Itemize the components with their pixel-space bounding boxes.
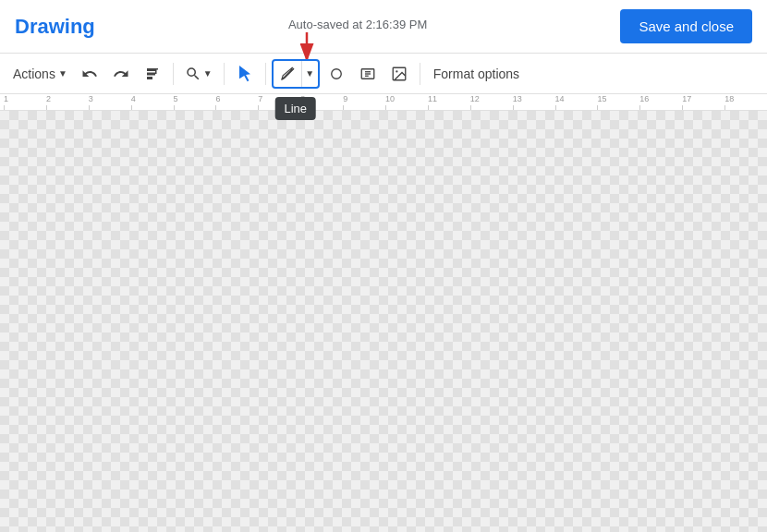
actions-chevron-icon: ▼	[58, 68, 67, 79]
undo-button[interactable]	[75, 59, 104, 89]
line-tool-group: ▼	[272, 59, 320, 89]
actions-button[interactable]: Actions ▼	[7, 59, 73, 89]
text-box-icon	[359, 66, 376, 82]
ruler-number: 5	[174, 95, 178, 103]
redo-icon	[113, 66, 129, 82]
ruler-number: 16	[639, 95, 649, 103]
ruler-tick	[215, 105, 216, 110]
save-close-button[interactable]: Save and close	[620, 9, 752, 43]
ruler-tick	[258, 105, 259, 110]
ruler-number: 18	[724, 95, 734, 103]
ruler-number: 15	[597, 95, 606, 103]
select-button[interactable]	[230, 59, 260, 89]
ruler-tick	[174, 105, 175, 110]
ruler-tick	[89, 105, 90, 110]
ruler-mark: 17	[682, 95, 724, 110]
ruler: 123456789101112131415161718	[0, 94, 767, 111]
text-box-button[interactable]	[353, 59, 383, 89]
ruler-number: 10	[385, 95, 395, 103]
ruler-tick	[428, 105, 429, 110]
divider-2	[224, 63, 225, 85]
image-button[interactable]	[384, 59, 414, 89]
ruler-mark: 3	[89, 95, 131, 110]
ruler-mark: 4	[131, 95, 174, 110]
ruler-tick	[470, 105, 471, 110]
ruler-number: 4	[131, 95, 136, 103]
ruler-mark: 5	[174, 95, 216, 110]
line-tool-chevron-icon: ▼	[305, 68, 314, 79]
drawing-canvas[interactable]	[0, 111, 767, 532]
line-tool-dropdown-button[interactable]: ▼	[301, 60, 318, 88]
ruler-mark: 13	[513, 95, 555, 110]
ruler-mark: 2	[46, 95, 89, 110]
ruler-mark: 1	[4, 95, 46, 110]
autosave-area: Auto-saved at 2:16:39 PM	[288, 18, 427, 35]
ruler-mark: 14	[555, 95, 598, 110]
divider-3	[265, 63, 266, 85]
ruler-mark: 12	[470, 95, 513, 110]
shapes-icon	[328, 66, 345, 82]
shapes-button[interactable]	[322, 59, 351, 89]
ruler-tick	[513, 105, 514, 110]
divider-1	[173, 63, 174, 85]
header: Drawing Auto-saved at 2:16:39 PM Save an…	[0, 0, 767, 54]
autosave-text: Auto-saved at 2:16:39 PM	[288, 18, 427, 31]
ruler-number: 3	[89, 95, 93, 103]
format-options-button[interactable]: Format options	[426, 59, 527, 89]
ruler-tick	[385, 105, 386, 110]
ruler-tick	[597, 105, 598, 110]
ruler-mark: 11	[428, 95, 470, 110]
image-icon	[391, 66, 408, 82]
ruler-tick	[639, 105, 640, 110]
ruler-mark: 16	[639, 95, 682, 110]
ruler-mark: 8	[300, 95, 343, 110]
select-cursor-icon	[237, 66, 253, 82]
ruler-number: 6	[215, 95, 220, 103]
ruler-tick	[131, 105, 132, 110]
ruler-tick	[46, 105, 47, 110]
ruler-tick	[300, 105, 301, 110]
ruler-number: 7	[258, 95, 262, 103]
ruler-number: 1	[4, 95, 8, 103]
svg-point-2	[281, 78, 283, 79]
redo-button[interactable]	[106, 59, 136, 89]
zoom-button[interactable]: ▼	[179, 59, 218, 89]
line-tool-button[interactable]	[274, 60, 301, 88]
ruler-mark: 6	[215, 95, 258, 110]
ruler-mark: 9	[343, 95, 385, 110]
divider-4	[420, 63, 420, 85]
ruler-number: 8	[300, 95, 305, 103]
zoom-icon	[185, 66, 201, 82]
paint-format-icon	[144, 66, 161, 82]
ruler-number: 17	[682, 95, 691, 103]
ruler-marks: 123456789101112131415161718	[0, 95, 767, 110]
paint-format-button[interactable]	[138, 59, 167, 89]
ruler-mark: 18	[724, 95, 767, 110]
ruler-mark: 15	[597, 95, 639, 110]
actions-label: Actions	[13, 66, 55, 81]
ruler-number: 13	[513, 95, 522, 103]
undo-icon	[81, 66, 98, 82]
line-tool-icon	[279, 66, 296, 82]
app-title: Drawing	[15, 15, 95, 39]
ruler-tick	[555, 105, 556, 110]
line-tool-container: ▼ Line	[272, 59, 320, 89]
ruler-mark: 10	[385, 95, 428, 110]
ruler-tick	[724, 105, 725, 110]
svg-point-3	[331, 68, 341, 79]
toolbar: Actions ▼ ▼	[0, 54, 767, 94]
ruler-number: 9	[343, 95, 347, 103]
ruler-tick	[4, 105, 5, 110]
ruler-number: 14	[555, 95, 565, 103]
ruler-tick	[682, 105, 683, 110]
zoom-chevron-icon: ▼	[203, 68, 213, 79]
ruler-mark: 7	[258, 95, 300, 110]
ruler-number: 12	[470, 95, 480, 103]
ruler-tick	[343, 105, 344, 110]
svg-point-9	[396, 70, 397, 72]
ruler-number: 2	[46, 95, 51, 103]
ruler-number: 11	[428, 95, 437, 103]
